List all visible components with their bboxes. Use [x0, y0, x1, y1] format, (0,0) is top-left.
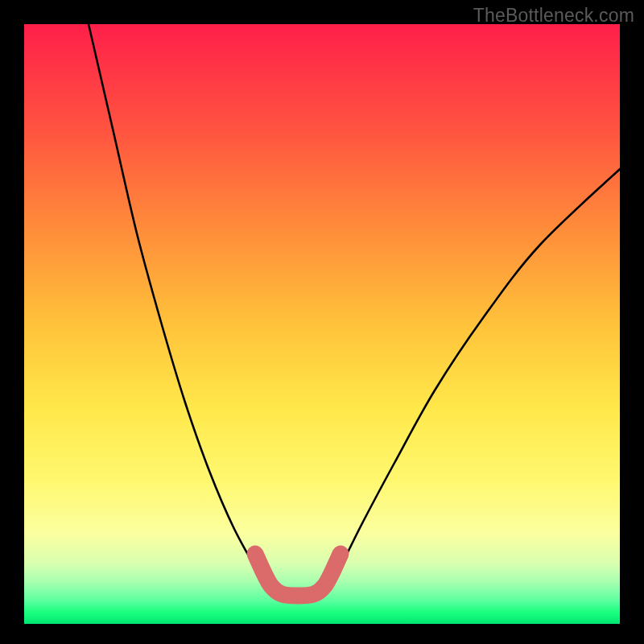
watermark-text: TheBottleneck.com: [473, 5, 634, 27]
left-curve: [89, 24, 267, 588]
plot-area: [24, 24, 620, 624]
curve-layer: [24, 24, 620, 624]
notch-marker: [255, 554, 341, 596]
right-curve: [328, 169, 620, 588]
chart-frame: TheBottleneck.com: [0, 0, 644, 644]
